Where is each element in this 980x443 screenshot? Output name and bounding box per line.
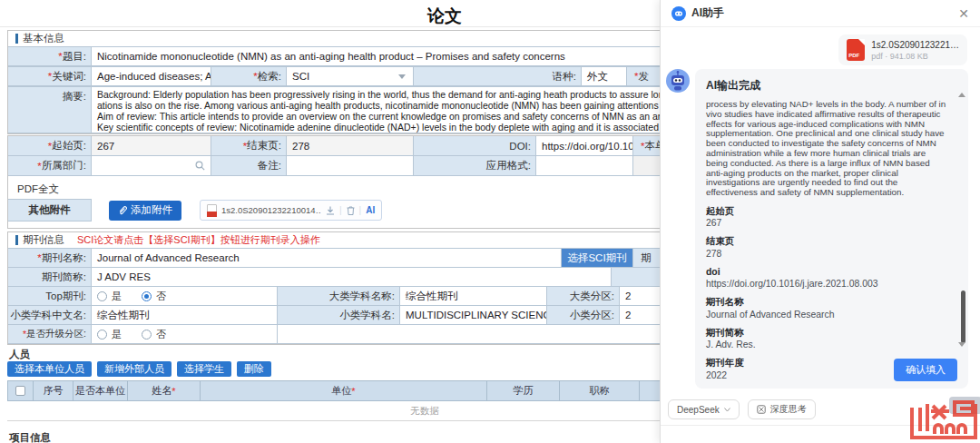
ai-assistant-panel: AI助手 ✕ 1s2.0S2090123221… pdf · 941.08 KB… bbox=[660, 0, 980, 443]
field-label: 期刊简称 bbox=[706, 328, 948, 338]
keywords-label: 关键词: bbox=[8, 67, 92, 86]
upgrade-zone-radios: 是 否 bbox=[92, 325, 278, 344]
major-zone-label: 大类分区: bbox=[547, 287, 620, 306]
chevron-down-icon bbox=[398, 74, 406, 79]
journal-name-field[interactable]: Journal of Advanced Research bbox=[92, 249, 562, 268]
add-attachment-button[interactable]: 添加附件 bbox=[109, 201, 181, 221]
other-attachments-label: 其他附件 bbox=[8, 199, 92, 222]
journal-abbr-field[interactable]: J ADV RES bbox=[92, 268, 612, 287]
ai-panel-header: AI助手 ✕ bbox=[661, 0, 980, 27]
confirm-row: 确认填入 bbox=[894, 359, 957, 381]
scroll-up-arrow[interactable] bbox=[958, 93, 965, 97]
major-category-field[interactable]: 综合性期刊 bbox=[400, 287, 547, 306]
col-is-internal: 是否本单位 bbox=[74, 381, 128, 400]
radio-no-selected[interactable] bbox=[142, 291, 152, 301]
ai-panel-title: AI助手 bbox=[691, 5, 724, 21]
radio-no-label: 否 bbox=[156, 328, 166, 341]
attachment-file-chip[interactable]: 1s2.0S20901232210014… | | AI bbox=[200, 200, 382, 221]
add-external-personnel-button[interactable]: 新增外部人员 bbox=[97, 361, 172, 377]
doi-label: DOI: bbox=[414, 136, 536, 156]
language-label: 语种: bbox=[414, 67, 582, 86]
upgrade-zone-label: 是否升级分区: bbox=[8, 325, 92, 344]
minor-cn-label: 小类学科中文名: bbox=[8, 306, 92, 325]
section-marker bbox=[15, 235, 18, 245]
top-journal-label: Top期刊: bbox=[8, 287, 92, 306]
separator: | bbox=[339, 205, 342, 215]
scroll-down-arrow[interactable] bbox=[958, 342, 965, 347]
sci-notice: SCI论文请点击【选择SCI期刊】按钮进行期刊录入操作 bbox=[77, 233, 320, 247]
field-value: Journal of Advanced Research bbox=[706, 310, 948, 320]
title-label: 题目: bbox=[8, 47, 92, 66]
minor-cn-field[interactable]: 综合性期刊 bbox=[92, 306, 278, 325]
send-button[interactable] bbox=[949, 397, 980, 414]
select-internal-personnel-button[interactable]: 选择本单位人员 bbox=[7, 361, 92, 377]
divider bbox=[661, 425, 980, 426]
field-pair: doi https://doi.org/10.1016/j.jare.2021.… bbox=[706, 267, 957, 290]
index-value: SCI bbox=[292, 71, 309, 82]
field-pair: 期刊名称 Journal of Advanced Research bbox=[706, 297, 957, 320]
format-field[interactable] bbox=[536, 156, 633, 176]
doi-field[interactable]: https://doi.org/10.1016/j.jare.2 bbox=[536, 136, 633, 156]
keywords-field[interactable]: Age-induced diseases; Anti-agi bbox=[92, 67, 211, 86]
page-title: 论文 bbox=[427, 6, 462, 25]
end-page-label: 结束页: bbox=[211, 136, 287, 156]
top-journal-radios: 是 否 bbox=[92, 287, 278, 306]
field-label: doi bbox=[706, 267, 948, 277]
radio-no[interactable] bbox=[142, 330, 152, 340]
basic-info-title: 基本信息 bbox=[23, 32, 64, 45]
ai-assistant-icon bbox=[671, 6, 686, 21]
radio-yes[interactable] bbox=[97, 291, 107, 301]
remark-label: 备注: bbox=[211, 156, 287, 176]
minor-category-label: 小类学科名: bbox=[278, 306, 400, 325]
ai-paragraph: process by elevating NAD+ levels in the … bbox=[706, 100, 957, 198]
separator: | bbox=[359, 205, 362, 215]
deep-think-toggle[interactable]: 深度思考 bbox=[748, 399, 816, 419]
add-attachment-label: 添加附件 bbox=[131, 203, 172, 217]
select-all-checkbox[interactable] bbox=[15, 386, 25, 396]
department-field[interactable] bbox=[92, 156, 211, 176]
uploaded-file-meta: pdf · 941.08 KB bbox=[871, 52, 959, 61]
attachment-ai-button[interactable]: AI bbox=[366, 205, 375, 215]
minor-category-field[interactable]: MULTIDISCIPLINARY SCIENCES bbox=[400, 306, 547, 325]
department-label: 所属部门: bbox=[8, 156, 92, 176]
col-title: 职称 bbox=[560, 381, 640, 400]
select-student-button[interactable]: 选择学生 bbox=[177, 361, 231, 377]
robot-avatar bbox=[666, 69, 690, 93]
chevron-down-icon bbox=[724, 408, 730, 412]
field-label: 期刊名称 bbox=[706, 297, 948, 307]
deep-think-icon bbox=[757, 405, 766, 414]
col-unit: 单位 bbox=[201, 381, 487, 400]
model-name: DeepSeek bbox=[677, 405, 720, 415]
language-field[interactable]: 外文 bbox=[582, 67, 627, 86]
personnel-title: 人员 bbox=[9, 348, 30, 361]
field-pair: 期刊简称 J. Adv. Res. bbox=[706, 328, 957, 350]
delete-button[interactable]: 删除 bbox=[237, 361, 271, 377]
radio-yes[interactable] bbox=[97, 330, 107, 340]
select-sci-journal-button[interactable]: 选择SCI期刊 bbox=[562, 249, 632, 267]
index-label: 检索: bbox=[211, 67, 287, 86]
field-pair: 结束页 278 bbox=[706, 236, 957, 259]
col-seq: 序号 bbox=[34, 381, 74, 400]
remark-field[interactable] bbox=[287, 156, 414, 176]
select-sci-cell: 选择SCI期刊 bbox=[562, 249, 633, 268]
field-pair: 起始页 267 bbox=[706, 206, 957, 229]
field-value: J. Adv. Res. bbox=[706, 340, 948, 349]
journal-abbr-label: 期刊简称: bbox=[8, 268, 92, 287]
close-icon[interactable]: ✕ bbox=[958, 7, 969, 20]
start-page-label: 起始页: bbox=[8, 136, 92, 156]
trash-icon[interactable] bbox=[347, 206, 355, 215]
model-select[interactable]: DeepSeek bbox=[668, 399, 740, 419]
attachment-filename: 1s2.0S20901232210014… bbox=[221, 205, 321, 215]
field-value: https://doi.org/10.1016/j.jare.2021.08.0… bbox=[706, 279, 948, 289]
uploaded-filename: 1s2.0S2090123221… bbox=[871, 40, 959, 50]
paperclip-icon bbox=[118, 205, 127, 215]
scrollbar-thumb[interactable] bbox=[961, 290, 965, 343]
download-icon[interactable] bbox=[326, 206, 335, 215]
start-page-field[interactable]: 267 bbox=[92, 136, 211, 156]
col-education: 学历 bbox=[487, 381, 560, 400]
index-select[interactable]: SCI bbox=[287, 67, 414, 86]
end-page-field[interactable]: 278 bbox=[287, 136, 414, 156]
search-icon[interactable] bbox=[195, 161, 205, 171]
confirm-fill-button[interactable]: 确认填入 bbox=[894, 359, 957, 381]
uploaded-file-chip[interactable]: 1s2.0S2090123221… pdf · 941.08 KB bbox=[838, 34, 967, 65]
